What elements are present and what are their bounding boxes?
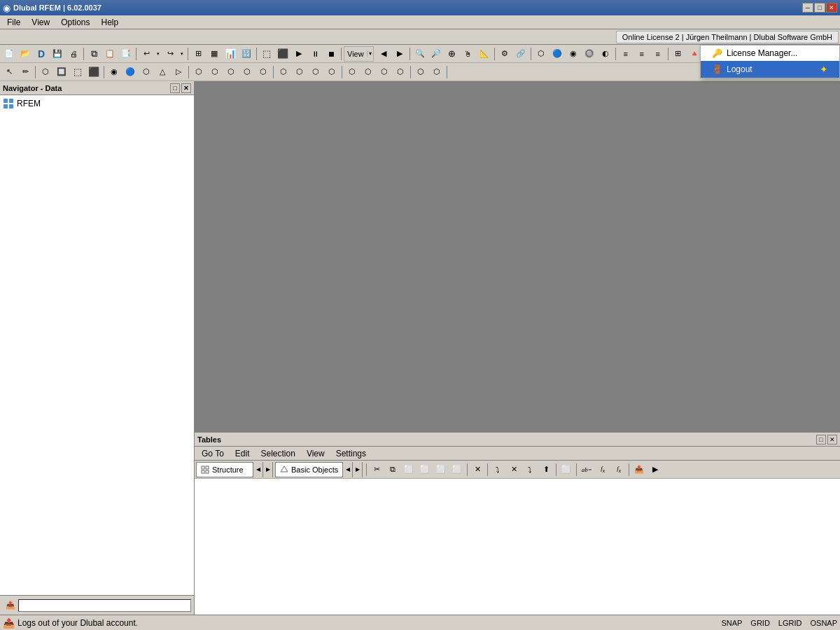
maximize-button[interactable]: □ [814,3,825,13]
grid-indicator[interactable]: GRID [750,619,770,627]
osnap-indicator[interactable]: OSNAP [810,619,837,627]
tbl-menu-settings[interactable]: Settings [330,447,372,460]
tbl-row2[interactable]: ✕ [506,462,522,477]
zoom-fit-button[interactable]: ⊕ [444,46,460,62]
t2-circle[interactable]: ◉ [106,64,122,80]
zoom-out-button[interactable]: 🔎 [428,46,444,62]
extra1-button[interactable]: ⊞ [671,46,686,62]
numbering-button[interactable]: 🔢 [239,46,254,62]
obj-next-btn[interactable]: ▶ [352,462,362,477]
tbl-menu-selection[interactable]: Selection [255,447,301,460]
tbl-paste3[interactable]: ⬜ [433,462,449,477]
nav-close-btn[interactable]: ✕ [181,83,191,93]
t2-hex[interactable]: ⬡ [38,64,53,80]
nav-search-input[interactable] [18,599,191,612]
t2-solid[interactable]: ⬛ [86,64,102,80]
t2-box[interactable]: ⬚ [70,64,85,80]
list3-button[interactable]: ≡ [650,46,666,62]
tbl-menu-edit[interactable]: Edit [230,447,255,460]
t2-h3[interactable]: ⬡ [223,64,239,80]
tables-maximize-btn[interactable]: □ [816,435,826,444]
tbl-del[interactable]: ✕ [470,462,485,477]
tbl-view1[interactable]: ⬜ [559,462,574,477]
list-view-button[interactable]: ▦ [206,46,222,62]
t2-m3[interactable]: ⬡ [377,64,392,80]
struct-next-btn[interactable]: ▶ [262,462,272,477]
t2-n1[interactable]: ⬡ [413,64,428,80]
t2-hex2[interactable]: ⬡ [139,64,154,80]
report-button[interactable]: 📊 [223,46,238,62]
undo-arrow[interactable]: ▾ [155,46,162,62]
tbl-fx3[interactable]: fx [611,462,626,477]
t2-tri[interactable]: △ [155,64,170,80]
measure-button[interactable]: 📐 [477,46,492,62]
menu-options[interactable]: Options [55,16,95,29]
view5-button[interactable]: ⏹ [323,46,339,62]
tbl-more[interactable]: ▶ [648,462,663,477]
tbl-copy[interactable]: ⧉ [385,462,400,477]
t2-g2[interactable]: ⬡ [292,64,307,80]
t2-g4[interactable]: ⬡ [324,64,340,80]
t2-arr[interactable]: ▷ [171,64,186,80]
t2-g1[interactable]: ⬡ [276,64,291,80]
structure-dropdown[interactable]: Structure ◀ ▶ [196,462,273,477]
new-button[interactable]: 📄 [1,46,17,62]
settings-button[interactable]: ⚙ [497,46,512,62]
shape3-button[interactable]: ◉ [566,46,581,62]
paste-button[interactable]: 📋 [102,46,118,62]
t2-m1[interactable]: ⬡ [344,64,360,80]
view3-button[interactable]: ▶ [291,46,307,62]
menu-help[interactable]: Help [96,16,125,29]
view1-button[interactable]: ⬚ [259,46,274,62]
redo-button[interactable]: ↪ [162,46,178,62]
copy-button[interactable]: ⧉ [86,46,102,62]
shape2-button[interactable]: 🔵 [550,46,565,62]
redo-arrow[interactable]: ▾ [178,46,186,62]
nav-rfem-item[interactable]: RFEM [1,97,192,111]
license-manager-item[interactable]: 🔑 License Manager... [701,46,839,61]
view2-button[interactable]: ⬛ [275,46,290,62]
tbl-paste1[interactable]: ⬜ [401,462,416,477]
list1-button[interactable]: ≡ [618,46,634,62]
save-button[interactable]: 💾 [50,46,65,62]
tbl-menu-view[interactable]: View [301,447,330,460]
tbl-row4[interactable]: ⬆ [538,462,554,477]
t2-dot[interactable]: 🔵 [122,64,138,80]
list2-button[interactable]: ≡ [634,46,650,62]
table-view-button[interactable]: ⊞ [190,46,206,62]
view-dropdown[interactable]: View ▾ [344,46,374,62]
tbl-cut[interactable]: ✂ [369,462,384,477]
nav-next[interactable]: ▶ [392,46,407,62]
objects-dropdown[interactable]: Basic Objects ◀ ▶ [275,462,363,477]
t2-m2[interactable]: ⬡ [360,64,376,80]
open-button[interactable]: 📂 [18,46,33,62]
t2-h1[interactable]: ⬡ [191,64,206,80]
menu-view[interactable]: View [26,16,55,29]
lgrid-indicator[interactable]: LGRID [778,619,802,627]
dlubal-logo[interactable]: D [34,46,49,62]
t2-n2[interactable]: ⬡ [429,64,444,80]
nav-prev[interactable]: ◀ [376,46,391,62]
t2-edit[interactable]: ✏ [18,64,33,80]
view-dropdown-arrow[interactable]: ▾ [367,50,373,57]
clipboard-button[interactable]: 📑 [118,46,134,62]
minimize-button[interactable]: ─ [802,3,813,13]
tbl-export[interactable]: 📤 [631,462,647,477]
tbl-row1[interactable]: ⤵ [490,462,505,477]
print-button[interactable]: 🖨 [66,46,81,62]
tbl-fx1[interactable]: ab= [579,462,594,477]
license-info[interactable]: Online License 2 | Jürgen Theilmann | Dl… [616,31,839,43]
undo-button[interactable]: ↩ [139,46,154,62]
pan-button[interactable]: 🖱 [461,46,476,62]
shape5-button[interactable]: ◐ [598,46,613,62]
link-button[interactable]: 🔗 [513,46,528,62]
obj-prev-btn[interactable]: ◀ [342,462,352,477]
tbl-menu-goto[interactable]: Go To [196,447,230,460]
view4-button[interactable]: ⏸ [307,46,323,62]
t2-h4[interactable]: ⬡ [239,64,255,80]
t2-m4[interactable]: ⬡ [393,64,408,80]
t2-h2[interactable]: ⬡ [207,64,223,80]
shape1-button[interactable]: ⬡ [533,46,549,62]
tbl-paste2[interactable]: ⬜ [417,462,433,477]
t2-cursor[interactable]: ↖ [1,64,17,80]
